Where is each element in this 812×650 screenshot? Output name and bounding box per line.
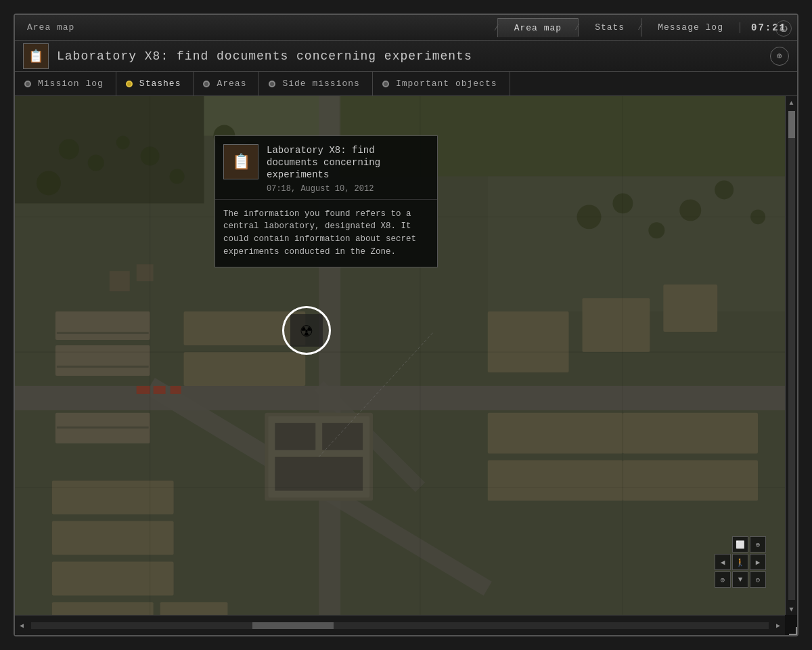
- mission-popup: 📋 Laboratory X8: find documents concerni…: [215, 135, 438, 267]
- top-bar: Area map Area map Stats Message log 07:2…: [15, 15, 797, 41]
- ctrl-left[interactable]: ◀: [715, 554, 731, 570]
- mission-marker[interactable]: ☢: [282, 306, 331, 355]
- popup-title-block: Laboratory X8: find documents concerning…: [267, 144, 429, 194]
- svg-point-51: [679, 199, 701, 221]
- svg-rect-16: [52, 481, 174, 515]
- svg-point-50: [648, 222, 664, 238]
- popup-icon: 📋: [223, 144, 258, 179]
- top-tabs: Area map Stats Message log: [497, 18, 740, 37]
- ctrl-empty-1: [715, 536, 731, 552]
- tab-side-missions[interactable]: Side missions: [259, 72, 372, 95]
- svg-rect-35: [52, 602, 154, 615]
- ctrl-person[interactable]: 🚶: [732, 554, 748, 570]
- svg-point-40: [59, 139, 79, 160]
- svg-rect-30: [663, 284, 717, 332]
- scroll-down-arrow[interactable]: ▼: [786, 604, 797, 615]
- ctrl-right[interactable]: ▶: [750, 554, 766, 570]
- tab-message-log[interactable]: Message log: [641, 18, 740, 37]
- svg-rect-15: [57, 427, 149, 429]
- tab-stats[interactable]: Stats: [578, 18, 641, 37]
- svg-rect-20: [137, 264, 154, 281]
- horizontal-scrollbar[interactable]: ◀ ▶: [15, 615, 785, 635]
- svg-rect-18: [52, 561, 174, 595]
- scroll-left-arrow[interactable]: ◀: [15, 616, 28, 635]
- svg-rect-33: [488, 460, 623, 501]
- important-objects-dot: [382, 81, 389, 87]
- svg-rect-39: [171, 386, 181, 394]
- svg-point-52: [715, 180, 734, 199]
- svg-point-43: [37, 171, 61, 195]
- scroll-right-arrow[interactable]: ▶: [771, 616, 785, 635]
- scroll-up-arrow[interactable]: ▲: [786, 98, 797, 108]
- popup-title: Laboratory X8: find documents concerning…: [267, 144, 429, 181]
- tab-mission-log[interactable]: Mission log: [15, 72, 116, 95]
- svg-rect-13: [57, 332, 149, 334]
- svg-rect-36: [160, 602, 228, 615]
- ctrl-down[interactable]: ▼: [732, 571, 748, 588]
- ctrl-zoom-in[interactable]: ⊕: [715, 571, 731, 588]
- scroll-track: [788, 111, 795, 600]
- tab-areas[interactable]: Areas: [194, 72, 259, 95]
- svg-rect-28: [488, 311, 569, 372]
- tab-area-map[interactable]: Area map: [497, 18, 578, 37]
- area-map-label: Area map: [15, 22, 497, 32]
- scroll-thumb-h[interactable]: [252, 622, 334, 629]
- scroll-track-h: [31, 622, 769, 629]
- mission-icon: 📋: [23, 43, 49, 69]
- svg-point-42: [116, 136, 130, 150]
- popup-body: The information you found refers to a ce…: [215, 200, 437, 267]
- side-missions-dot: [269, 81, 275, 87]
- tab-important-objects[interactable]: Important objects: [373, 72, 510, 95]
- svg-rect-22: [184, 352, 306, 386]
- power-button[interactable]: ⏻: [775, 20, 792, 37]
- map-controls: ⬜ ⊕ ◀ 🚶 ▶ ⊕ ▼ ⊖: [715, 536, 766, 588]
- radiation-icon: ☢: [290, 314, 323, 347]
- popup-header: 📋 Laboratory X8: find documents concerni…: [215, 136, 437, 200]
- svg-rect-5: [15, 386, 785, 410]
- mission-title: Laboratory X8: find documents concerning…: [57, 49, 770, 63]
- svg-rect-10: [55, 345, 150, 376]
- svg-point-45: [170, 169, 185, 183]
- svg-rect-38: [154, 386, 166, 394]
- svg-rect-12: [57, 366, 149, 368]
- vertical-scrollbar[interactable]: ▲ ▼: [785, 96, 797, 615]
- map-area[interactable]: ☢ 📋 Laboratory X8: find documents concer…: [15, 96, 785, 615]
- svg-point-41: [88, 155, 104, 171]
- ctrl-target[interactable]: ⊕: [750, 536, 766, 552]
- areas-dot: [203, 81, 210, 87]
- popup-timestamp: 07:18, August 10, 2012: [267, 184, 429, 194]
- svg-rect-27: [275, 457, 363, 491]
- svg-rect-25: [275, 423, 315, 450]
- svg-rect-29: [583, 298, 650, 352]
- svg-rect-4: [488, 176, 785, 311]
- svg-rect-37: [137, 386, 150, 394]
- svg-rect-26: [322, 423, 363, 450]
- ctrl-zoom-out[interactable]: ⊖: [750, 571, 766, 588]
- stashes-dot: [126, 81, 133, 87]
- tab-stashes[interactable]: Stashes: [116, 72, 194, 95]
- svg-rect-34: [623, 460, 758, 501]
- mission-bar: 📋 Laboratory X8: find documents concerni…: [15, 41, 797, 72]
- ctrl-zoom-up[interactable]: ⬜: [732, 536, 748, 552]
- mission-log-dot: [24, 81, 31, 87]
- scroll-thumb[interactable]: [788, 111, 795, 138]
- main-window: Area map Area map Stats Message log 07:2…: [14, 14, 798, 636]
- svg-rect-17: [52, 521, 174, 555]
- svg-rect-32: [623, 413, 758, 454]
- compass-button[interactable]: ⊕: [770, 47, 789, 66]
- svg-rect-31: [488, 413, 623, 454]
- nav-bar: Mission log Stashes Areas Side missions …: [15, 72, 797, 96]
- svg-rect-19: [110, 271, 130, 291]
- svg-rect-11: [55, 311, 150, 340]
